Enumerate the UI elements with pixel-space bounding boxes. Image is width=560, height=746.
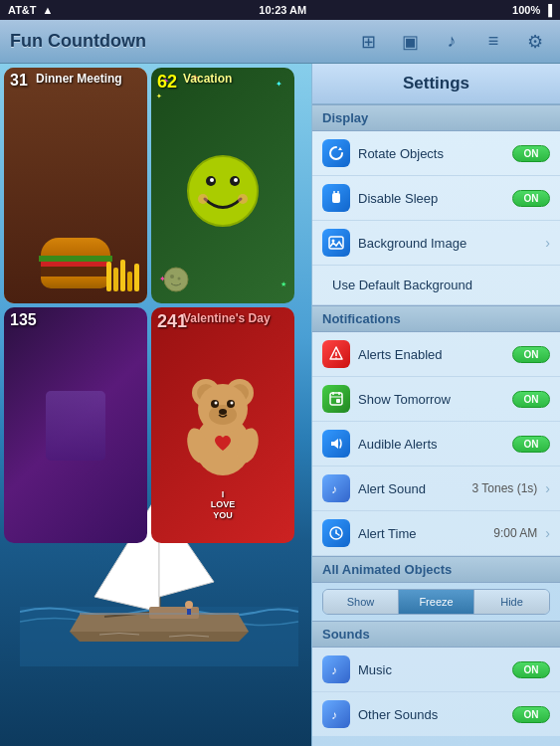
other-sounds-icon: ♪ [322,700,350,728]
alert-time-icon [322,519,350,547]
audible-alerts-toggle[interactable]: ON [512,436,550,453]
svg-point-26 [215,401,218,404]
alert-sound-icon: ♪ ♪ [322,474,350,502]
alerts-enabled-toggle[interactable]: ON [512,346,550,363]
disable-sleep-row: Disable Sleep ON [312,176,560,221]
background-image-icon [322,229,350,257]
battery-icon: ▐ [544,4,552,16]
use-default-background-row[interactable]: Use Default Background [312,266,560,305]
layout-button[interactable]: ▣ [395,27,425,57]
alert-sound-row[interactable]: ♪ ♪ Alert Sound 3 Tones (1s) › [312,466,560,511]
audible-alerts-icon [322,430,350,458]
svg-point-5 [185,601,193,609]
alert-time-value: 9:00 AM [493,526,537,540]
show-tomorrow-label: Show Tomorrow [358,392,512,407]
alerts-enabled-row: Alerts Enabled ON [312,332,560,377]
status-right: 100% ▐ [512,4,552,16]
music-nav-button[interactable]: ♪ [437,27,467,57]
status-time: 10:23 AM [259,4,306,16]
tile-valentines-day[interactable]: I LOVE YOU 241 Valentine's Day [151,307,294,543]
svg-point-16 [178,278,181,280]
svg-rect-3 [149,607,199,619]
smiley-face [183,151,263,231]
love-text-i: I [211,489,236,500]
svg-point-11 [234,178,238,182]
svg-point-27 [231,401,234,404]
alerts-icon [322,340,350,368]
music-icon: ♪ [322,655,350,683]
other-sounds-label: Other Sounds [358,707,512,722]
svg-point-14 [164,268,188,291]
show-tomorrow-toggle[interactable]: ON [512,391,550,408]
love-text-love: LOVE [211,499,236,510]
svg-rect-60 [329,237,343,249]
wifi-icon: ▲ [43,4,54,16]
disable-sleep-label: Disable Sleep [358,191,512,206]
audible-alerts-label: Audible Alerts [358,437,512,452]
other-sounds-toggle[interactable]: ON [512,706,550,723]
nav-bar: Fun Countdown ⊞ ▣ ♪ ≡ ⚙ [0,20,560,64]
background-image-chevron: › [545,235,550,251]
settings-title: Settings [312,64,560,104]
tile-third[interactable]: 135 [4,307,147,543]
grid-view-button[interactable]: ⊞ [353,27,383,57]
battery-percent: 100% [512,4,540,16]
rotate-objects-row: Rotate Objects ON [312,131,560,176]
nav-icons: ⊞ ▣ ♪ ≡ ⚙ [353,27,550,57]
svg-point-63 [335,357,337,359]
status-bar: AT&T ▲ 10:23 AM 100% ▐ [0,0,560,20]
audible-alerts-row: Audible Alerts ON [312,422,560,466]
tile-4-label: Valentine's Day [183,311,271,325]
disable-sleep-toggle[interactable]: ON [512,190,550,207]
alert-time-label: Alert Time [358,526,493,541]
tile-vacation[interactable]: ✦ ✦ ✦ ★ ✦ ★ [151,68,294,303]
rotate-objects-label: Rotate Objects [358,146,512,161]
sounds-section-header: Sounds [312,621,560,648]
rotate-objects-toggle[interactable]: ON [512,145,550,162]
alert-time-chevron: › [545,525,550,541]
svg-rect-57 [332,193,340,203]
show-tomorrow-icon [322,385,350,413]
tile-2-label: Vacation [183,72,232,86]
alert-time-row[interactable]: Alert Time 9:00 AM › [312,511,560,556]
main-content: 31 Dinner Meeting ✦ ✦ ✦ ★ ✦ ★ [0,64,560,746]
svg-point-12 [198,194,208,204]
alert-sound-value: 3 Tones (1s) [472,481,538,495]
music-toggle[interactable]: ON [512,661,550,678]
show-tomorrow-row: Show Tomorrow ON [312,377,560,422]
settings-button[interactable]: ⚙ [520,27,550,57]
animated-hide-button[interactable]: Hide [474,590,549,614]
sleep-icon [322,184,350,212]
rotate-icon [322,139,350,167]
svg-point-28 [219,409,227,415]
background-image-label: Background Image [358,236,541,251]
display-section-header: Display [312,104,560,131]
carrier-label: AT&T [8,4,37,16]
love-text-you: YOU [211,510,236,521]
tile-dinner-meeting[interactable]: 31 Dinner Meeting [4,68,147,303]
tile-2-number: 62 [157,72,177,93]
other-sounds-row: ♪ Other Sounds ON [312,692,560,736]
status-left: AT&T ▲ [8,4,53,16]
animated-objects-section-header: All Animated Objects [312,556,560,583]
bear-svg [178,371,268,480]
svg-line-72 [336,533,339,535]
list-button[interactable]: ≡ [478,27,508,57]
music-label: Music [358,662,512,677]
tile-3-number: 135 [10,311,37,329]
svg-rect-64 [330,393,342,405]
svg-point-10 [210,178,214,182]
svg-point-13 [238,194,248,204]
settings-panel: Settings Display Rotate Objects ON [311,64,560,746]
notifications-section-header: Notifications [312,305,560,332]
animated-show-button[interactable]: Show [323,590,399,614]
music-row: ♪ Music ON [312,648,560,692]
animated-freeze-button[interactable]: Freeze [399,590,474,614]
alert-sound-label: Alert Sound [358,481,472,496]
app-title: Fun Countdown [10,31,146,52]
svg-marker-56 [338,147,342,150]
svg-rect-6 [187,609,191,615]
svg-text:♪: ♪ [331,708,337,722]
background-image-row[interactable]: Background Image › [312,221,560,266]
alert-sound-chevron: › [545,480,550,496]
